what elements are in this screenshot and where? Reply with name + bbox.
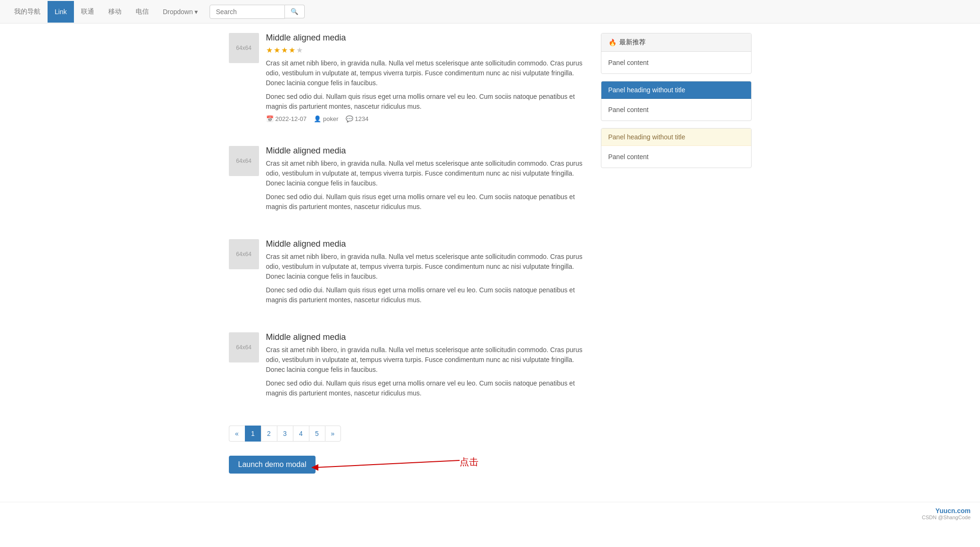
pagination-next[interactable]: »: [325, 426, 341, 442]
star-3: ★: [281, 46, 288, 55]
pagination: « 1 2 3 4 5 »: [229, 426, 591, 442]
media-thumb-4: 64x64: [229, 332, 259, 362]
star-5-empty: ★: [296, 46, 303, 55]
media-text1-4: Cras sit amet nibh libero, in gravida nu…: [266, 345, 591, 375]
pagination-page-4[interactable]: 4: [293, 426, 309, 442]
search-form: 🔍: [210, 5, 305, 19]
media-text1-2: Cras sit amet nibh libero, in gravida nu…: [266, 159, 591, 188]
pagination-page-3[interactable]: 3: [277, 426, 293, 442]
sidebar: 🔥 最新推荐 Panel content Panel heading witho…: [601, 33, 752, 483]
fire-icon: 🔥: [608, 39, 616, 46]
media-title-4: Middle aligned media: [266, 332, 591, 342]
arrow-annotation: [309, 456, 460, 475]
caret-icon: ▾: [194, 8, 198, 16]
nav-item-yidong[interactable]: 移动: [101, 0, 129, 23]
comment-icon: 💬: [346, 115, 353, 122]
star-1: ★: [266, 46, 273, 55]
calendar-icon: 📅: [266, 115, 274, 122]
meta-comments: 💬 1234: [346, 115, 369, 122]
panel-warning-body: Panel content: [601, 146, 751, 168]
panel-primary: Panel heading without title Panel conten…: [601, 81, 752, 121]
search-button[interactable]: 🔍: [285, 5, 305, 18]
media-item-4: 64x64 Middle aligned media Cras sit amet…: [229, 332, 591, 411]
nav-link-link[interactable]: Link: [48, 1, 74, 23]
nav-item-link[interactable]: Link: [48, 1, 74, 23]
nav-link-dianxin[interactable]: 电信: [129, 0, 156, 23]
pagination-prev[interactable]: «: [229, 426, 245, 442]
panel-primary-body: Panel content: [601, 99, 751, 121]
panel-warning-heading: Panel heading without title: [601, 129, 751, 146]
navbar-nav: Link 联通 移动 电信 Dropdown ▾: [48, 0, 205, 23]
media-thumb-3: 64x64: [229, 239, 259, 269]
meta-date: 📅 2022-12-07: [266, 115, 307, 122]
svg-marker-1: [311, 464, 318, 471]
media-item-2: 64x64 Middle aligned media Cras sit amet…: [229, 146, 591, 225]
main-content: 64x64 Middle aligned media ★ ★ ★ ★ ★ Cra…: [229, 33, 591, 483]
navbar: 我的导航 Link 联通 移动 电信 Dropdown ▾ 🔍: [0, 0, 980, 24]
panel-latest: 🔥 最新推荐 Panel content: [601, 33, 752, 74]
media-text2-2: Donec sed odio dui. Nullam quis risus eg…: [266, 192, 591, 212]
panel-warning: Panel heading without title Panel conten…: [601, 128, 752, 168]
panel-latest-title: 最新推荐: [619, 38, 646, 47]
user-icon: 👤: [314, 115, 321, 122]
pagination-page-1[interactable]: 1: [245, 426, 261, 442]
media-body-4: Middle aligned media Cras sit amet nibh …: [266, 332, 591, 402]
nav-item-dianxin[interactable]: 电信: [129, 0, 156, 23]
media-text2-3: Donec sed odio dui. Nullam quis risus eg…: [266, 285, 591, 305]
footer-sub: CSDN @ShangCode: [9, 515, 971, 520]
media-thumb-2: 64x64: [229, 146, 259, 176]
search-input[interactable]: [210, 5, 285, 19]
nav-item-liantong[interactable]: 联通: [74, 0, 101, 23]
panel-latest-body: Panel content: [601, 52, 751, 73]
media-text1-3: Cras sit amet nibh libero, in gravida nu…: [266, 252, 591, 282]
launch-demo-modal-button[interactable]: Launch demo modal: [229, 456, 316, 474]
media-text2-4: Donec sed odio dui. Nullam quis risus eg…: [266, 378, 591, 398]
pagination-page-5[interactable]: 5: [309, 426, 325, 442]
nav-link-dropdown[interactable]: Dropdown ▾: [156, 1, 205, 23]
media-item-1: 64x64 Middle aligned media ★ ★ ★ ★ ★ Cra…: [229, 33, 591, 132]
star-2: ★: [274, 46, 280, 55]
star-4: ★: [289, 46, 295, 55]
meta-author: 👤 poker: [314, 115, 339, 122]
media-item-3: 64x64 Middle aligned media Cras sit amet…: [229, 239, 591, 318]
footer-brand: Yuucn.com: [9, 507, 971, 515]
annotation-text: 点击: [460, 456, 478, 468]
media-text1-1: Cras sit amet nibh libero, in gravida nu…: [266, 58, 591, 88]
panel-primary-heading: Panel heading without title: [601, 81, 751, 99]
media-meta-1: 📅 2022-12-07 👤 poker 💬 1234: [266, 115, 591, 122]
media-thumb-1: 64x64: [229, 33, 259, 63]
media-body-2: Middle aligned media Cras sit amet nibh …: [266, 146, 591, 216]
nav-link-liantong[interactable]: 联通: [74, 0, 101, 23]
footer: Yuucn.com CSDN @ShangCode: [0, 502, 980, 525]
main-container: 64x64 Middle aligned media ★ ★ ★ ★ ★ Cra…: [222, 24, 759, 492]
nav-item-dropdown[interactable]: Dropdown ▾: [156, 1, 205, 23]
media-text2-1: Donec sed odio dui. Nullam quis risus eg…: [266, 92, 591, 112]
search-icon: 🔍: [291, 8, 299, 15]
stars-1: ★ ★ ★ ★ ★: [266, 46, 591, 55]
media-body-1: Middle aligned media ★ ★ ★ ★ ★ Cras sit …: [266, 33, 591, 122]
svg-line-0: [316, 460, 460, 467]
media-title-3: Middle aligned media: [266, 239, 591, 249]
media-body-3: Middle aligned media Cras sit amet nibh …: [266, 239, 591, 309]
pagination-page-2[interactable]: 2: [261, 426, 277, 442]
navbar-brand[interactable]: 我的导航: [7, 0, 48, 23]
panel-latest-heading: 🔥 最新推荐: [601, 33, 751, 52]
media-title-1: Middle aligned media: [266, 33, 591, 43]
media-title-2: Middle aligned media: [266, 146, 591, 156]
nav-link-yidong[interactable]: 移动: [101, 0, 129, 23]
